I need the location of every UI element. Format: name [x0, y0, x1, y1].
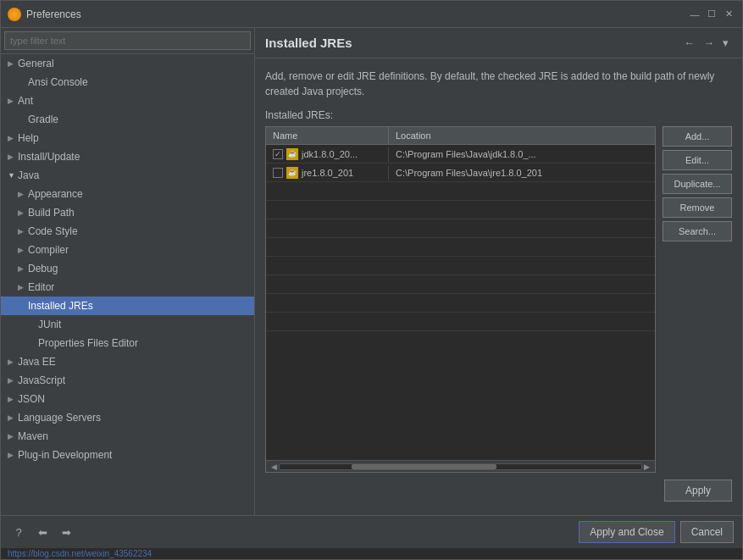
panel-title: Installed JREs — [265, 36, 352, 50]
table-row[interactable]: ✓ ☕ jdk1.8.0_20... C:\Program Files\Java… — [266, 145, 655, 164]
table-row[interactable]: ☕ jre1.8.0_201 C:\Program Files\Java\jre… — [266, 164, 655, 182]
edit-button[interactable]: Edit... — [663, 150, 732, 170]
nav-back-button[interactable]: ← — [680, 35, 698, 51]
sidebar-item-properties-files-editor[interactable]: Properties Files Editor — [1, 334, 254, 352]
apply-and-close-button[interactable]: Apply and Close — [579, 521, 674, 543]
sidebar-item-label: Compiler — [28, 244, 69, 256]
td-location-jdk: C:\Program Files\Java\jdk1.8.0_... — [389, 147, 655, 161]
table-row-empty — [266, 219, 655, 238]
table-row-empty — [266, 313, 655, 331]
sidebar-item-label: Code Style — [28, 225, 78, 237]
arrow-icon — [28, 320, 38, 329]
panel-body: Add, remove or edit JRE definitions. By … — [255, 58, 742, 515]
jre-checkbox-jre[interactable] — [273, 168, 283, 178]
close-button[interactable]: ✕ — [722, 8, 735, 21]
sidebar-item-label: Properties Files Editor — [38, 337, 138, 349]
sidebar-item-label: Appearance — [28, 188, 83, 200]
right-panel: Installed JREs ← → ▾ Add, remove or edit… — [255, 28, 742, 515]
sidebar-item-gradle[interactable]: Gradle — [1, 110, 254, 129]
sidebar-item-install-update[interactable]: ▶ Install/Update — [1, 147, 254, 166]
status-bar: https://blog.csdn.net/weixin_43562234 — [1, 548, 742, 559]
help-button[interactable]: ? — [9, 523, 28, 541]
sidebar-item-label: Debug — [28, 263, 58, 274]
main-content: ▶ General Ansi Console ▶ Ant Gradle — [1, 28, 742, 515]
sidebar-item-plugin-dev[interactable]: ▶ Plug-in Development — [1, 446, 254, 464]
sidebar-item-junit[interactable]: JUnit — [1, 315, 254, 334]
table-row-empty — [266, 257, 655, 275]
cancel-button[interactable]: Cancel — [680, 521, 734, 543]
remove-button[interactable]: Remove — [663, 197, 732, 218]
sidebar-item-appearance[interactable]: ▶ Appearance — [1, 185, 254, 203]
sidebar-item-ant[interactable]: ▶ Ant — [1, 91, 254, 110]
panel-description: Add, remove or edit JRE definitions. By … — [265, 69, 732, 99]
sidebar-item-help[interactable]: ▶ Help — [1, 129, 254, 147]
sidebar-item-label: Build Path — [28, 207, 75, 219]
jre-icon-jdk: ☕ — [286, 148, 298, 160]
col-header-location: Location — [389, 127, 655, 144]
table-row-empty — [266, 275, 655, 294]
arrow-icon: ▶ — [8, 59, 18, 68]
table-header: Name Location — [266, 127, 655, 145]
sidebar-item-ansi-console[interactable]: Ansi Console — [1, 73, 254, 91]
apply-button[interactable]: Apply — [664, 480, 732, 502]
bottom-right-controls: Apply and Close Cancel — [579, 521, 734, 543]
sidebar-item-java[interactable]: ▼ Java — [1, 166, 254, 185]
arrow-icon: ▼ — [8, 171, 18, 180]
table-body[interactable]: ✓ ☕ jdk1.8.0_20... C:\Program Files\Java… — [266, 145, 655, 460]
nav-fwd-button[interactable]: → — [700, 35, 718, 51]
sidebar-item-label: Java — [18, 169, 39, 181]
horizontal-scrollbar[interactable]: ◀ ▶ — [266, 460, 655, 472]
tree-area[interactable]: ▶ General Ansi Console ▶ Ant Gradle — [1, 54, 254, 515]
back-history-button[interactable]: ⬅ — [33, 523, 52, 541]
arrow-icon: ▶ — [8, 358, 18, 366]
filter-box — [1, 28, 254, 54]
section-label: Installed JREs: — [265, 109, 732, 121]
scroll-right-arrow[interactable]: ▶ — [642, 463, 652, 471]
panel-nav: ← → ▾ — [680, 35, 732, 51]
scroll-left-arrow[interactable]: ◀ — [269, 463, 279, 471]
sidebar-item-javascript[interactable]: ▶ JavaScript — [1, 371, 254, 390]
sidebar-item-json[interactable]: ▶ JSON — [1, 390, 254, 408]
sidebar-item-compiler[interactable]: ▶ Compiler — [1, 241, 254, 259]
duplicate-button[interactable]: Duplicate... — [663, 174, 732, 194]
sidebar-item-debug[interactable]: ▶ Debug — [1, 259, 254, 278]
sidebar-item-build-path[interactable]: ▶ Build Path — [1, 203, 254, 222]
fwd-history-button[interactable]: ➡ — [57, 523, 75, 541]
jre-name-jre: jre1.8.0_201 — [302, 168, 353, 178]
bottom-buttons: ? ⬅ ➡ Apply and Close Cancel — [1, 516, 742, 548]
action-buttons: Add... Edit... Duplicate... Remove Searc… — [656, 126, 732, 473]
bottom-bar: ? ⬅ ➡ Apply and Close Cancel https://blo… — [1, 515, 742, 559]
minimize-button[interactable]: — — [688, 8, 701, 21]
panel-header: Installed JREs ← → ▾ — [255, 28, 742, 58]
sidebar-item-maven[interactable]: ▶ Maven — [1, 427, 254, 446]
arrow-icon: ▶ — [18, 246, 28, 254]
sidebar-item-editor[interactable]: ▶ Editor — [1, 278, 254, 297]
sidebar-item-general[interactable]: ▶ General — [1, 54, 254, 73]
window-controls: — ☐ ✕ — [688, 8, 735, 21]
search-button[interactable]: Search... — [663, 221, 732, 241]
h-scroll-track[interactable] — [279, 463, 642, 470]
maximize-button[interactable]: ☐ — [705, 8, 718, 21]
arrow-icon — [28, 339, 38, 347]
nav-menu-button[interactable]: ▾ — [719, 35, 732, 51]
sidebar-item-label: General — [18, 58, 54, 69]
add-button[interactable]: Add... — [663, 126, 732, 147]
arrow-icon — [18, 115, 28, 124]
h-scroll-thumb[interactable] — [352, 464, 496, 469]
sidebar: ▶ General Ansi Console ▶ Ant Gradle — [1, 28, 255, 515]
sidebar-item-label: JavaScript — [18, 374, 65, 386]
sidebar-item-language-servers[interactable]: ▶ Language Servers — [1, 408, 254, 427]
sidebar-item-java-ee[interactable]: ▶ Java EE — [1, 352, 254, 371]
sidebar-item-label: Ansi Console — [28, 76, 88, 88]
sidebar-item-code-style[interactable]: ▶ Code Style — [1, 222, 254, 241]
arrow-icon: ▶ — [18, 283, 28, 291]
col-header-name: Name — [266, 127, 389, 144]
arrow-icon — [18, 302, 28, 310]
sidebar-item-installed-jres[interactable]: Installed JREs — [1, 297, 254, 315]
jre-table: Name Location ✓ ☕ jdk1.8.0 — [265, 126, 656, 473]
arrow-icon: ▶ — [8, 97, 18, 105]
jre-checkbox-jdk[interactable]: ✓ — [273, 149, 283, 159]
arrow-icon: ▶ — [8, 451, 18, 459]
filter-input[interactable] — [4, 31, 251, 50]
title-bar: Preferences — ☐ ✕ — [1, 1, 742, 28]
